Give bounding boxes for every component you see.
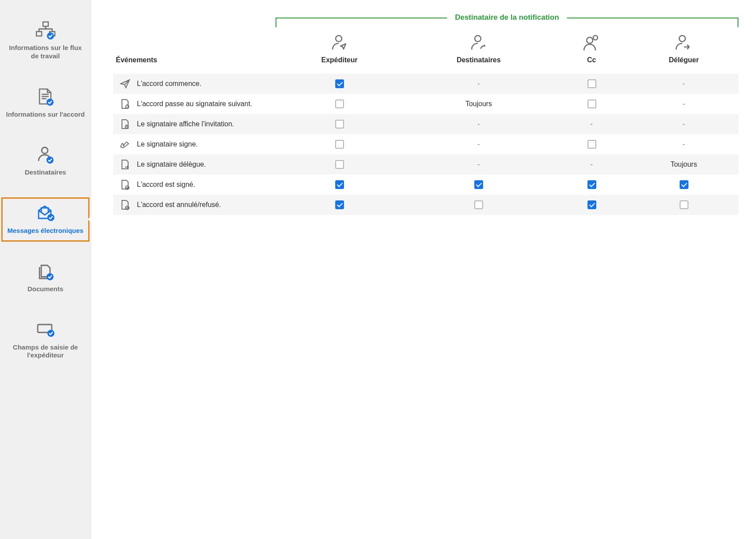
cell-text: - [591, 120, 593, 128]
notification-checkbox[interactable] [588, 100, 596, 108]
sidebar-item-sender-fields[interactable]: Champs de saisie de l'expéditeur [0, 313, 91, 368]
svg-point-14 [593, 36, 598, 40]
notification-checkbox[interactable] [335, 100, 344, 108]
sidebar-item-documents[interactable]: Documents [0, 254, 91, 301]
cc-icon [558, 32, 626, 54]
cell [554, 74, 629, 94]
sidebar-item-workflow-info[interactable]: Informations sur le flux de travail [0, 13, 91, 68]
table-row: Le signataire signe.-- [113, 134, 738, 154]
column-group-title: Destinataire de la notification [447, 13, 567, 22]
sidebar-item-label: Informations sur le flux de travail [4, 44, 86, 61]
event-cell: L'accord est annulé/refusé. [113, 195, 276, 215]
notification-checkbox[interactable] [335, 140, 344, 149]
table-row: L'accord commence.-- [113, 74, 738, 94]
documents-icon [4, 261, 86, 282]
table-row: L'accord est annulé/refusé. [113, 195, 738, 215]
cell [276, 154, 403, 175]
view-icon [119, 119, 131, 129]
sidebar-item-label: Messages électroniques [4, 227, 86, 235]
notification-checkbox[interactable] [474, 200, 483, 209]
notification-checkbox[interactable] [588, 180, 596, 189]
notification-checkbox[interactable] [588, 200, 596, 209]
cell [554, 175, 629, 195]
cell [276, 94, 403, 114]
cell [554, 195, 629, 215]
cell: Toujours [629, 154, 738, 175]
cancelled-icon [119, 200, 131, 210]
cell-text: Toujours [670, 161, 697, 168]
event-cell: L'accord passe au signataire suivant. [113, 94, 276, 114]
table-row: L'accord passe au signataire suivant.Tou… [113, 94, 738, 114]
sidebar-item-emails[interactable]: Messages électroniques [0, 196, 91, 243]
sidebar-item-agreement-info[interactable]: Informations sur l'accord [0, 80, 91, 127]
sender-icon [279, 32, 400, 54]
notification-checkbox[interactable] [588, 79, 596, 88]
cell-text: - [477, 161, 480, 168]
notification-checkbox[interactable] [588, 140, 596, 149]
event-label: L'accord passe au signataire suivant. [137, 100, 252, 108]
document-info-icon [4, 86, 86, 108]
svg-point-5 [42, 147, 48, 153]
svg-point-12 [475, 36, 481, 42]
notification-checkbox[interactable] [335, 200, 344, 209]
delegate-icon [119, 159, 131, 170]
cell [276, 74, 403, 94]
notification-checkbox[interactable] [335, 120, 344, 129]
event-cell: L'accord commence. [113, 74, 276, 94]
notification-checkbox[interactable] [335, 79, 344, 88]
signed-icon [119, 179, 131, 190]
cell: - [403, 114, 554, 134]
header-events: Événements [113, 26, 276, 74]
event-cell: Le signataire délègue. [113, 154, 276, 175]
notification-checkbox[interactable] [680, 180, 688, 189]
send-icon [119, 79, 131, 89]
cell [629, 195, 738, 215]
cell: - [403, 134, 554, 154]
notification-checkbox[interactable] [335, 160, 344, 169]
cell: - [629, 114, 738, 134]
event-label: L'accord est annulé/refusé. [137, 201, 221, 209]
event-label: Le signataire affiche l'invitation. [137, 120, 234, 128]
notifications-table: Événements Expéditeur Destinataires [113, 26, 738, 215]
delegate-icon [633, 32, 735, 54]
main-panel: Destinataire de la notification Événemen… [91, 0, 756, 539]
cell [554, 134, 629, 154]
cell [403, 175, 554, 195]
event-label: Le signataire délègue. [137, 161, 206, 168]
sign-icon [119, 140, 131, 149]
notification-checkbox[interactable] [474, 180, 483, 189]
cell [554, 94, 629, 114]
notification-checkbox[interactable] [335, 180, 344, 189]
email-icon [4, 202, 86, 224]
cell-text: - [683, 140, 685, 148]
event-cell: L'accord est signé. [113, 175, 276, 195]
svg-rect-0 [43, 22, 48, 26]
notification-checkbox[interactable] [680, 200, 688, 209]
cell [276, 195, 403, 215]
event-cell: Le signataire affiche l'invitation. [113, 114, 276, 134]
person-icon [4, 144, 86, 166]
sidebar-item-recipients[interactable]: Destinataires [0, 138, 91, 185]
svg-point-15 [679, 36, 685, 42]
sidebar-item-label: Destinataires [4, 168, 86, 177]
event-cell: Le signataire signe. [113, 134, 276, 154]
cell: - [629, 74, 738, 94]
table-row: Le signataire affiche l'invitation.--- [113, 114, 738, 134]
cell [403, 195, 554, 215]
cell-text: - [477, 80, 480, 87]
svg-point-11 [336, 36, 342, 42]
table-row: Le signataire délègue.--Toujours [113, 154, 738, 175]
sidebar-item-label: Informations sur l'accord [4, 111, 86, 119]
cell-text: - [683, 80, 685, 87]
cell-text: - [477, 120, 480, 128]
table-row: L'accord est signé. [113, 175, 738, 195]
sidebar-item-label: Champs de saisie de l'expéditeur [4, 343, 86, 360]
event-label: Le signataire signe. [137, 140, 198, 148]
column-group-header: Destinataire de la notification [276, 18, 738, 28]
cell [276, 134, 403, 154]
cell: Toujours [403, 94, 554, 114]
cell: - [554, 114, 629, 134]
header-col-recipients: Destinataires [403, 26, 554, 74]
event-label: L'accord est signé. [137, 181, 195, 189]
svg-point-13 [587, 37, 593, 43]
